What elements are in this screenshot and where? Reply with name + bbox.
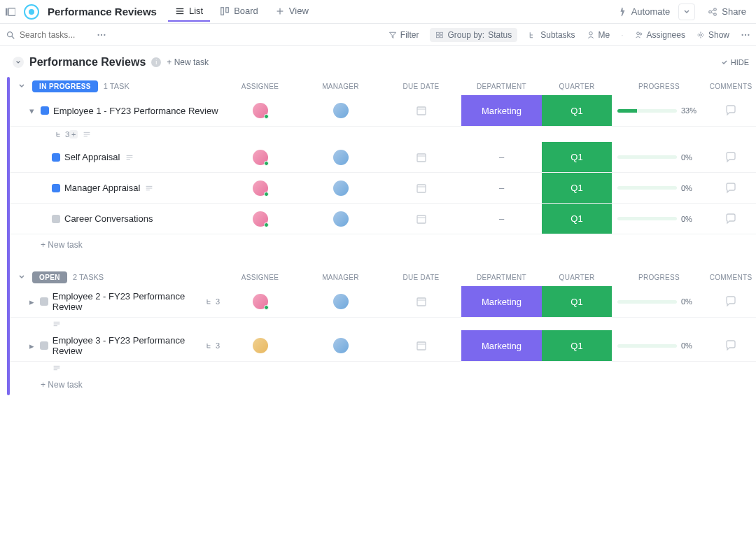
me-button[interactable]: Me: [587, 30, 610, 40]
tab-board[interactable]: Board: [213, 1, 265, 22]
comments-cell[interactable]: [706, 142, 755, 172]
expand-subtasks-button[interactable]: ▾: [29, 106, 36, 116]
col-quarter[interactable]: QUARTER: [542, 268, 612, 286]
comments-cell[interactable]: [706, 173, 755, 203]
share-button[interactable]: Share: [704, 3, 750, 20]
task-name[interactable]: Employee 1 - FY23 Performance Review: [53, 106, 218, 116]
subtask-count[interactable]: 3: [55, 130, 69, 139]
search-icon[interactable]: [6, 30, 15, 40]
filter-button[interactable]: Filter: [388, 30, 419, 40]
info-icon[interactable]: i: [151, 57, 161, 67]
expand-subtasks-button[interactable]: ▸: [29, 341, 36, 351]
manager-cell[interactable]: [300, 330, 381, 361]
quarter-cell[interactable]: Q1: [542, 95, 612, 126]
automate-dropdown[interactable]: [678, 3, 695, 20]
manager-cell[interactable]: [300, 286, 381, 317]
due-date-cell[interactable]: [381, 95, 461, 126]
tab-add-view[interactable]: View: [268, 1, 316, 22]
col-due-date[interactable]: DUE DATE: [381, 77, 461, 95]
status-square-icon[interactable]: [52, 153, 60, 162]
due-date-cell[interactable]: [381, 204, 461, 234]
due-date-cell[interactable]: [381, 142, 461, 172]
subtask-count[interactable]: 3: [205, 341, 220, 350]
status-square-icon[interactable]: [52, 184, 60, 192]
collapse-status-button[interactable]: [17, 81, 27, 91]
notes-icon[interactable]: [52, 363, 62, 373]
quarter-cell[interactable]: Q1: [542, 330, 612, 361]
assignee-cell[interactable]: [220, 95, 300, 126]
task-row[interactable]: Self Appraisal – Q1 0%: [10, 142, 756, 173]
task-name[interactable]: Employee 3 - FY23 Performance Review: [52, 335, 198, 356]
group-by-button[interactable]: Group by: Status: [430, 28, 517, 42]
collapse-status-button[interactable]: [17, 272, 27, 282]
assignees-button[interactable]: Assignees: [635, 30, 685, 40]
notes-icon[interactable]: [82, 129, 92, 139]
task-row[interactable]: ▾ Employee 1 - FY23 Performance Review M…: [10, 95, 756, 127]
progress-cell[interactable]: 0%: [612, 286, 706, 317]
col-quarter[interactable]: QUARTER: [542, 77, 612, 95]
task-name[interactable]: Employee 2 - FY23 Performance Review: [52, 291, 198, 312]
col-progress[interactable]: PROGRESS: [612, 77, 706, 95]
manager-cell[interactable]: [300, 95, 381, 126]
manager-cell[interactable]: [300, 173, 381, 203]
quarter-cell[interactable]: Q1: [542, 173, 612, 203]
department-cell[interactable]: Marketing: [461, 286, 542, 317]
search-input[interactable]: [20, 30, 90, 40]
subtasks-button[interactable]: Subtasks: [528, 30, 575, 40]
more-horizontal-icon[interactable]: [97, 30, 106, 40]
col-manager[interactable]: MANAGER: [300, 268, 381, 286]
progress-cell[interactable]: 0%: [612, 142, 706, 172]
new-task-button[interactable]: + New task: [10, 374, 756, 395]
quarter-cell[interactable]: Q1: [542, 286, 612, 317]
quarter-cell[interactable]: Q1: [542, 142, 612, 172]
progress-cell[interactable]: 0%: [612, 330, 706, 361]
department-cell[interactable]: –: [461, 173, 542, 203]
col-manager[interactable]: MANAGER: [300, 77, 381, 95]
col-progress[interactable]: PROGRESS: [612, 268, 706, 286]
col-comments[interactable]: COMMENTS: [706, 77, 755, 95]
add-subtask-button[interactable]: +: [69, 130, 78, 139]
col-assignee[interactable]: ASSIGNEE: [220, 77, 300, 95]
task-row[interactable]: ▸ Employee 3 - FY23 Performance Review 3…: [10, 330, 756, 362]
show-button[interactable]: Show: [696, 30, 729, 40]
status-square-icon[interactable]: [41, 106, 49, 115]
department-cell[interactable]: –: [461, 142, 542, 172]
manager-cell[interactable]: [300, 142, 381, 172]
department-cell[interactable]: Marketing: [461, 330, 542, 361]
comments-cell[interactable]: [706, 95, 755, 126]
assignee-cell[interactable]: [220, 286, 300, 317]
automate-button[interactable]: Automate: [617, 6, 671, 17]
status-square-icon[interactable]: [40, 341, 48, 350]
notes-icon[interactable]: [125, 153, 134, 162]
progress-cell[interactable]: 0%: [612, 204, 706, 234]
due-date-cell[interactable]: [381, 330, 461, 361]
assignee-cell[interactable]: [220, 142, 300, 172]
col-department[interactable]: DEPARTMENT: [461, 268, 542, 286]
col-department[interactable]: DEPARTMENT: [461, 77, 542, 95]
task-name[interactable]: Career Conversations: [64, 213, 153, 224]
assignee-cell[interactable]: [220, 204, 300, 234]
due-date-cell[interactable]: [381, 173, 461, 203]
new-task-header-button[interactable]: + New task: [167, 57, 209, 67]
subtask-count[interactable]: 3: [205, 297, 220, 306]
more-horizontal-icon[interactable]: [741, 30, 750, 40]
task-row[interactable]: Career Conversations – Q1 0%: [10, 204, 756, 234]
task-name[interactable]: Manager Appraisal: [64, 183, 140, 193]
notes-icon[interactable]: [144, 183, 154, 193]
task-name[interactable]: Self Appraisal: [64, 152, 120, 162]
comments-cell[interactable]: [706, 330, 755, 361]
col-comments[interactable]: COMMENTS: [706, 268, 755, 286]
quarter-cell[interactable]: Q1: [542, 204, 612, 234]
space-icon[interactable]: [24, 4, 39, 20]
department-cell[interactable]: –: [461, 204, 542, 234]
assignee-cell[interactable]: [220, 173, 300, 203]
collapse-group-button[interactable]: [13, 57, 24, 68]
department-cell[interactable]: Marketing: [461, 95, 542, 126]
tab-list[interactable]: List: [168, 1, 210, 22]
col-due-date[interactable]: DUE DATE: [381, 268, 461, 286]
status-badge[interactable]: OPEN: [32, 271, 67, 283]
new-task-button[interactable]: + New task: [10, 234, 756, 255]
progress-cell[interactable]: 0%: [612, 173, 706, 203]
comments-cell[interactable]: [706, 286, 755, 317]
due-date-cell[interactable]: [381, 286, 461, 317]
